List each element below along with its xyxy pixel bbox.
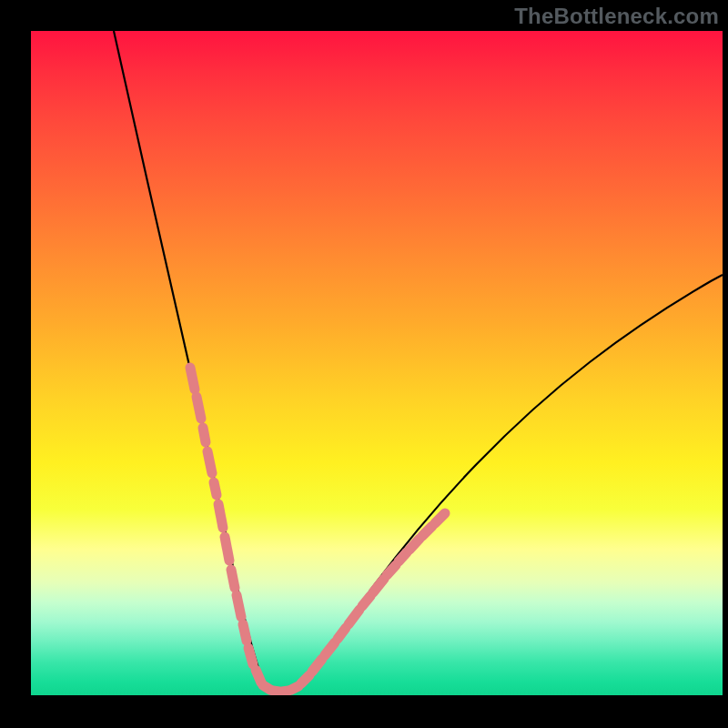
marker-seg <box>218 504 223 528</box>
marker-seg <box>325 642 335 655</box>
marker-seg <box>349 610 359 624</box>
marker-seg <box>214 482 217 495</box>
marker-seg <box>291 686 298 690</box>
marker-group <box>190 368 445 692</box>
plot-area <box>31 31 723 695</box>
marker-seg <box>312 659 322 672</box>
chart-stage: TheBottleneck.com <box>0 0 728 728</box>
marker-seg <box>387 565 396 575</box>
marker-seg <box>231 570 235 588</box>
marker-seg <box>190 368 195 389</box>
marker-seg <box>301 675 309 683</box>
marker-seg <box>338 628 346 639</box>
marker-seg <box>256 670 261 682</box>
marker-seg <box>435 513 445 523</box>
marker-seg <box>207 451 212 473</box>
marker-seg <box>203 428 206 442</box>
marker-seg <box>373 579 384 592</box>
marker-seg <box>248 648 253 664</box>
chart-overlay <box>31 31 723 695</box>
watermark-text: TheBottleneck.com <box>514 4 719 29</box>
marker-seg <box>237 595 241 617</box>
marker-seg <box>225 537 229 561</box>
marker-seg <box>197 397 201 419</box>
marker-seg <box>362 596 370 606</box>
marker-seg <box>422 526 432 536</box>
marker-seg <box>399 552 407 561</box>
marker-seg <box>410 539 420 550</box>
bottleneck-curve <box>114 31 723 693</box>
marker-seg <box>243 624 247 641</box>
